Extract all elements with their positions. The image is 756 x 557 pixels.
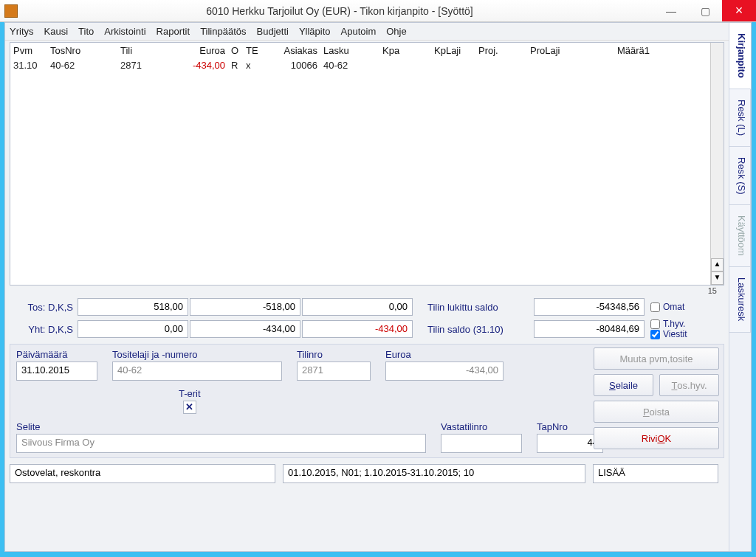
col-lasku[interactable]: Lasku (320, 45, 379, 56)
chk-thyv[interactable]: T.hyv. (650, 319, 685, 329)
menu-ohje[interactable]: Ohje (386, 26, 406, 37)
col-proj[interactable]: Proj. (475, 45, 527, 56)
yht-credit: -434,00 (190, 320, 300, 338)
menu-yritys[interactable]: Yritys (10, 26, 34, 37)
selite-label: Selite (16, 421, 426, 432)
selite-input[interactable]: Siivous Firma Oy (16, 434, 426, 453)
col-te[interactable]: TE (243, 45, 276, 56)
cell-asiakas: 10066 (276, 60, 320, 71)
muuta-pvm-tosite-button[interactable]: Muuta pvm,tosite (594, 347, 719, 370)
grid-header: Pvm TosNro Tili Euroa O TE Asiakas Lasku… (10, 43, 710, 58)
terit-label: T-erit (179, 388, 201, 399)
tilinro-input[interactable]: 2871 (297, 361, 371, 381)
cell-lasku: 40-62 (320, 60, 379, 71)
euroa-label: Euroa (385, 349, 504, 360)
menu-tito[interactable]: Tito (78, 26, 94, 37)
yht-debit: 0,00 (78, 320, 188, 338)
tab-kirjanpito[interactable]: Kirjanpito (729, 23, 751, 89)
tosite-label: Tositelaji ja -numero (112, 349, 282, 360)
tab-laskuresk[interactable]: Laskuresk (729, 267, 751, 332)
cell-tosnro: 40-62 (47, 60, 117, 71)
col-tosnro[interactable]: TosNro (47, 45, 117, 56)
col-tili[interactable]: Tili (117, 45, 162, 56)
col-euroa[interactable]: Euroa (162, 45, 228, 56)
selaile-button[interactable]: Selaile (594, 374, 653, 396)
entries-grid[interactable]: Pvm TosNro Tili Euroa O TE Asiakas Lasku… (10, 43, 710, 285)
tos-dks-label: Tos: D,K,S (10, 302, 76, 313)
scroll-down-icon[interactable]: ▼ (711, 271, 724, 285)
app-icon (4, 4, 18, 18)
cell-euroa: -434,00 (162, 60, 228, 71)
poista-button[interactable]: Poista (594, 401, 719, 423)
tos-debit: 518,00 (78, 298, 188, 316)
paivamaara-label: Päivämäärä (16, 349, 97, 360)
cell-o: R (228, 60, 243, 71)
titlebar: 6010 Herkku Tarjoilut Oy (EUR) - Tikon k… (0, 0, 756, 22)
cell-tili: 2871 (117, 60, 162, 71)
account-name-field: Ostovelat, reskontra (10, 464, 275, 483)
tos-saldo: 0,00 (302, 298, 413, 316)
grid-scrollbar[interactable]: ▲ ▼ (710, 43, 724, 285)
yht-dks-label: Yht: D,K,S (10, 324, 76, 335)
tilin-lukittu-value: -54348,56 (534, 298, 645, 316)
col-pvm[interactable]: Pvm (10, 45, 47, 56)
tos-credit: -518,00 (190, 298, 300, 316)
scroll-up-icon[interactable]: ▲ (711, 258, 724, 271)
tilin-lukittu-label: Tilin lukittu saldo (414, 302, 532, 313)
tilin-saldo-value: -80484,69 (534, 320, 645, 338)
cell-te: x (243, 60, 276, 71)
entry-panel: Päivämäärä 31.10.2015 Tositelaji ja -num… (10, 344, 724, 458)
close-button[interactable]: × (722, 0, 756, 21)
minimize-button[interactable]: — (654, 0, 688, 21)
chk-viestit[interactable]: Viestit (650, 329, 687, 339)
tilin-saldo-label: Tilin saldo (31.10) (414, 324, 532, 335)
chk-omat[interactable]: Omat (650, 302, 684, 312)
cell-pvm: 31.10 (10, 60, 47, 71)
yht-saldo: -434,00 (302, 320, 413, 338)
menu-arkistointi[interactable]: Arkistointi (104, 26, 145, 37)
tab-resk-s[interactable]: Resk (S) (729, 147, 751, 206)
col-asiakas[interactable]: Asiakas (276, 45, 320, 56)
tab-kayttoom[interactable]: Käyttöom (729, 205, 751, 267)
tab-resk-l[interactable]: Resk (L) (729, 89, 751, 147)
col-kpa[interactable]: Kpa (379, 45, 431, 56)
tosite-input[interactable]: 40-62 (112, 361, 282, 381)
mode-field: LISÄÄ (593, 464, 718, 483)
col-kplaji[interactable]: KpLaji (431, 45, 475, 56)
menu-budjetti[interactable]: Budjetti (257, 26, 289, 37)
col-prolaji[interactable]: ProLaji (527, 45, 608, 56)
menu-yllapito[interactable]: Ylläpito (299, 26, 331, 37)
tilinro-label: Tilinro (297, 349, 371, 360)
col-maara1[interactable]: Määrä1 (608, 45, 653, 56)
menu-tilinpaatos[interactable]: Tilinpäätös (200, 26, 246, 37)
paivamaara-input[interactable]: 31.10.2015 (16, 361, 97, 381)
menubar: Yritys Kausi Tito Arkistointi Raportit T… (5, 23, 729, 41)
terit-checkbox[interactable]: ✕ (183, 401, 196, 414)
menu-aputoim[interactable]: Aputoim (341, 26, 377, 37)
vastatilinro-label: Vastatilinro (441, 421, 522, 432)
side-tabs: Kirjanpito Resk (L) Resk (S) Käyttöom La… (729, 23, 751, 551)
window-title: 6010 Herkku Tarjoilut Oy (EUR) - Tikon k… (25, 5, 654, 17)
vastatilinro-input[interactable] (441, 434, 522, 453)
euroa-input[interactable]: -434,00 (385, 361, 504, 381)
menu-raportit[interactable]: Raportit (157, 26, 190, 37)
col-o[interactable]: O (228, 45, 243, 56)
rivi-ok-button[interactable]: Rivi OK (594, 427, 719, 449)
toshyv-button[interactable]: Tos.hyv. (659, 374, 719, 396)
grid-row[interactable]: 31.10 40-62 2871 -434,00 R x 10066 40-62 (10, 58, 710, 72)
maximize-button[interactable]: ▢ (688, 0, 722, 21)
menu-kausi[interactable]: Kausi (44, 26, 69, 37)
row-count: 15 (10, 286, 724, 297)
period-info-field: 01.10.2015, N01; 1.10.2015-31.10.2015; 1… (283, 464, 585, 483)
